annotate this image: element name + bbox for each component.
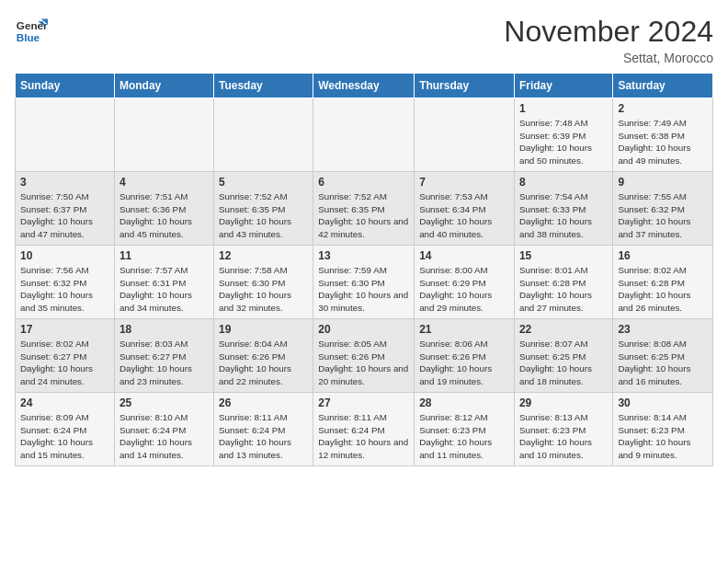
day-number: 9 (618, 176, 708, 189)
cell-week3-day6: 16Sunrise: 8:02 AM Sunset: 6:28 PM Dayli… (613, 246, 713, 319)
day-info: Sunrise: 8:14 AM Sunset: 6:23 PM Dayligh… (618, 411, 708, 462)
cell-week3-day1: 11Sunrise: 7:57 AM Sunset: 6:31 PM Dayli… (114, 246, 213, 319)
day-number: 19 (219, 323, 308, 336)
day-info: Sunrise: 7:52 AM Sunset: 6:35 PM Dayligh… (318, 190, 409, 241)
title-block: November 2024 Settat, Morocco (504, 15, 713, 65)
day-info: Sunrise: 8:07 AM Sunset: 6:25 PM Dayligh… (519, 338, 608, 388)
header-saturday: Saturday (613, 74, 713, 98)
header-friday: Friday (514, 74, 612, 98)
day-info: Sunrise: 7:57 AM Sunset: 6:31 PM Dayligh… (119, 264, 209, 315)
day-number: 12 (219, 249, 308, 262)
day-number: 30 (618, 396, 708, 409)
day-number: 15 (519, 249, 608, 262)
header-monday: Monday (114, 74, 213, 98)
day-number: 20 (318, 323, 409, 336)
cell-week1-day3 (313, 98, 415, 172)
cell-week5-day6: 30Sunrise: 8:14 AM Sunset: 6:23 PM Dayli… (613, 393, 713, 466)
cell-week2-day2: 5Sunrise: 7:52 AM Sunset: 6:35 PM Daylig… (213, 172, 313, 246)
svg-text:Blue: Blue (17, 31, 40, 43)
cell-week2-day5: 8Sunrise: 7:54 AM Sunset: 6:33 PM Daylig… (514, 172, 612, 246)
day-number: 18 (119, 323, 209, 336)
day-info: Sunrise: 8:12 AM Sunset: 6:23 PM Dayligh… (419, 411, 509, 462)
cell-week3-day3: 13Sunrise: 7:59 AM Sunset: 6:30 PM Dayli… (313, 246, 415, 319)
day-number: 23 (618, 323, 708, 336)
day-info: Sunrise: 8:10 AM Sunset: 6:24 PM Dayligh… (119, 411, 209, 462)
day-number: 8 (519, 176, 608, 189)
day-number: 28 (419, 396, 509, 409)
day-number: 26 (219, 396, 308, 409)
day-info: Sunrise: 8:11 AM Sunset: 6:24 PM Dayligh… (318, 411, 409, 462)
week-row-5: 24Sunrise: 8:09 AM Sunset: 6:24 PM Dayli… (16, 393, 713, 466)
day-info: Sunrise: 8:08 AM Sunset: 6:25 PM Dayligh… (618, 338, 708, 388)
cell-week2-day3: 6Sunrise: 7:52 AM Sunset: 6:35 PM Daylig… (313, 172, 415, 246)
day-info: Sunrise: 7:52 AM Sunset: 6:35 PM Dayligh… (219, 190, 308, 241)
cell-week1-day4 (415, 98, 515, 172)
cell-week4-day6: 23Sunrise: 8:08 AM Sunset: 6:25 PM Dayli… (613, 319, 713, 393)
day-number: 11 (119, 249, 209, 262)
day-info: Sunrise: 7:48 AM Sunset: 6:39 PM Dayligh… (519, 117, 608, 167)
page-header: General Blue November 2024 Settat, Moroc… (15, 15, 713, 65)
day-number: 1 (519, 102, 608, 115)
day-number: 2 (618, 102, 708, 115)
calendar-table: SundayMondayTuesdayWednesdayThursdayFrid… (15, 73, 713, 466)
calendar-body: 1Sunrise: 7:48 AM Sunset: 6:39 PM Daylig… (16, 98, 713, 466)
day-info: Sunrise: 7:50 AM Sunset: 6:37 PM Dayligh… (20, 190, 109, 241)
day-number: 25 (119, 396, 209, 409)
day-info: Sunrise: 8:02 AM Sunset: 6:28 PM Dayligh… (618, 264, 708, 315)
header-row: SundayMondayTuesdayWednesdayThursdayFrid… (16, 74, 713, 98)
cell-week2-day0: 3Sunrise: 7:50 AM Sunset: 6:37 PM Daylig… (16, 172, 115, 246)
cell-week4-day2: 19Sunrise: 8:04 AM Sunset: 6:26 PM Dayli… (213, 319, 313, 393)
day-number: 22 (519, 323, 608, 336)
day-number: 13 (318, 249, 409, 262)
day-info: Sunrise: 8:13 AM Sunset: 6:23 PM Dayligh… (519, 411, 608, 462)
header-tuesday: Tuesday (213, 74, 313, 98)
day-info: Sunrise: 7:51 AM Sunset: 6:36 PM Dayligh… (119, 190, 209, 241)
cell-week1-day2 (213, 98, 313, 172)
cell-week5-day0: 24Sunrise: 8:09 AM Sunset: 6:24 PM Dayli… (16, 393, 115, 466)
logo: General Blue (15, 15, 48, 48)
cell-week5-day5: 29Sunrise: 8:13 AM Sunset: 6:23 PM Dayli… (514, 393, 612, 466)
day-info: Sunrise: 7:58 AM Sunset: 6:30 PM Dayligh… (219, 264, 308, 315)
header-sunday: Sunday (16, 74, 115, 98)
cell-week5-day4: 28Sunrise: 8:12 AM Sunset: 6:23 PM Dayli… (415, 393, 515, 466)
day-number: 27 (318, 396, 409, 409)
cell-week4-day1: 18Sunrise: 8:03 AM Sunset: 6:27 PM Dayli… (114, 319, 213, 393)
day-info: Sunrise: 7:56 AM Sunset: 6:32 PM Dayligh… (20, 264, 109, 315)
day-number: 24 (20, 396, 109, 409)
day-number: 17 (20, 323, 109, 336)
week-row-1: 1Sunrise: 7:48 AM Sunset: 6:39 PM Daylig… (16, 98, 713, 172)
day-info: Sunrise: 8:11 AM Sunset: 6:24 PM Dayligh… (219, 411, 308, 462)
day-info: Sunrise: 7:49 AM Sunset: 6:38 PM Dayligh… (618, 117, 708, 167)
cell-week4-day4: 21Sunrise: 8:06 AM Sunset: 6:26 PM Dayli… (415, 319, 515, 393)
day-info: Sunrise: 8:02 AM Sunset: 6:27 PM Dayligh… (20, 338, 109, 388)
day-number: 14 (419, 249, 509, 262)
day-number: 7 (419, 176, 509, 189)
svg-text:General: General (17, 19, 48, 31)
day-info: Sunrise: 7:53 AM Sunset: 6:34 PM Dayligh… (419, 190, 509, 241)
header-wednesday: Wednesday (313, 74, 415, 98)
day-info: Sunrise: 7:59 AM Sunset: 6:30 PM Dayligh… (318, 264, 409, 315)
day-number: 3 (20, 176, 109, 189)
location: Settat, Morocco (504, 51, 713, 65)
week-row-3: 10Sunrise: 7:56 AM Sunset: 6:32 PM Dayli… (16, 246, 713, 319)
month-title: November 2024 (504, 15, 713, 49)
day-number: 5 (219, 176, 308, 189)
cell-week3-day0: 10Sunrise: 7:56 AM Sunset: 6:32 PM Dayli… (16, 246, 115, 319)
cell-week5-day2: 26Sunrise: 8:11 AM Sunset: 6:24 PM Dayli… (213, 393, 313, 466)
day-info: Sunrise: 8:03 AM Sunset: 6:27 PM Dayligh… (119, 338, 209, 388)
cell-week3-day2: 12Sunrise: 7:58 AM Sunset: 6:30 PM Dayli… (213, 246, 313, 319)
cell-week2-day4: 7Sunrise: 7:53 AM Sunset: 6:34 PM Daylig… (415, 172, 515, 246)
week-row-2: 3Sunrise: 7:50 AM Sunset: 6:37 PM Daylig… (16, 172, 713, 246)
day-info: Sunrise: 7:55 AM Sunset: 6:32 PM Dayligh… (618, 190, 708, 241)
cell-week4-day5: 22Sunrise: 8:07 AM Sunset: 6:25 PM Dayli… (514, 319, 612, 393)
day-number: 21 (419, 323, 509, 336)
cell-week3-day4: 14Sunrise: 8:00 AM Sunset: 6:29 PM Dayli… (415, 246, 515, 319)
day-number: 29 (519, 396, 608, 409)
day-info: Sunrise: 7:54 AM Sunset: 6:33 PM Dayligh… (519, 190, 608, 241)
day-info: Sunrise: 8:06 AM Sunset: 6:26 PM Dayligh… (419, 338, 509, 388)
logo-icon: General Blue (15, 15, 48, 48)
cell-week5-day3: 27Sunrise: 8:11 AM Sunset: 6:24 PM Dayli… (313, 393, 415, 466)
cell-week3-day5: 15Sunrise: 8:01 AM Sunset: 6:28 PM Dayli… (514, 246, 612, 319)
cell-week1-day6: 2Sunrise: 7:49 AM Sunset: 6:38 PM Daylig… (613, 98, 713, 172)
day-number: 6 (318, 176, 409, 189)
